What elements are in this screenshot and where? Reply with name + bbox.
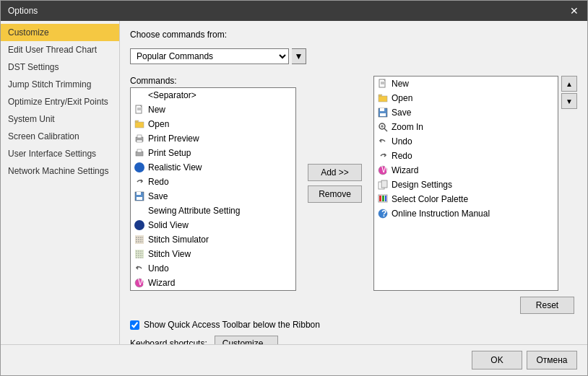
print2-icon xyxy=(134,147,145,159)
svg-rect-6 xyxy=(137,140,142,142)
svg-rect-40 xyxy=(382,196,384,201)
keyboard-row: Keyboard shortcuts: Customize... xyxy=(130,336,577,344)
redo-icon xyxy=(134,176,145,188)
list-item[interactable]: Redo xyxy=(131,175,295,189)
sidebar: CustomizeEdit User Thread ChartDST Setti… xyxy=(1,21,120,344)
dropdown-arrow-btn[interactable]: ▼ xyxy=(292,48,306,64)
scroll-up-button[interactable]: ▲ xyxy=(561,76,577,92)
file-icon xyxy=(134,104,145,115)
close-button[interactable]: ✕ xyxy=(568,5,580,17)
circle-blue-icon xyxy=(134,162,145,173)
list-item[interactable]: Zoom In xyxy=(374,120,558,134)
cancel-button[interactable]: Отмена xyxy=(527,351,577,370)
list-item[interactable]: WWizard xyxy=(131,276,295,290)
list-item[interactable]: ?Online Instruction Manual xyxy=(374,206,558,221)
commands-listbox[interactable]: <Separator>NewOpenPrint PreviewPrint Set… xyxy=(130,87,296,291)
folder-icon xyxy=(134,118,145,130)
list-item[interactable]: Undo xyxy=(374,134,558,149)
list-item[interactable]: Save xyxy=(374,105,558,120)
scroll-buttons: ▲ ▼ xyxy=(561,76,577,291)
sidebar-item-system-unit[interactable]: System Unit xyxy=(1,110,119,128)
list-item[interactable]: Open xyxy=(374,91,558,105)
sidebar-item-network-machine-settings[interactable]: Network Machine Settings xyxy=(1,162,119,180)
content-area: CustomizeEdit User Thread ChartDST Setti… xyxy=(1,21,587,344)
list-item[interactable]: WWizard xyxy=(374,163,558,178)
list-item[interactable]: Design Settings xyxy=(374,178,558,192)
sidebar-item-user-interface-settings[interactable]: User Interface Settings xyxy=(1,145,119,162)
svg-rect-8 xyxy=(137,149,142,152)
svg-rect-37 xyxy=(381,180,387,188)
sidebar-item-customize[interactable]: Customize xyxy=(1,24,119,41)
sidebar-item-dst-settings[interactable]: DST Settings xyxy=(1,58,119,76)
wizard-icon: W xyxy=(134,277,145,289)
keyboard-customize-button[interactable]: Customize... xyxy=(215,336,279,344)
list-item[interactable]: Redo xyxy=(374,149,558,163)
list-item[interactable]: New xyxy=(374,76,558,91)
svg-line-31 xyxy=(384,128,387,131)
dialog-options: Options ✕ CustomizeEdit User Thread Char… xyxy=(0,0,588,376)
commands-dropdown[interactable]: Popular Commands xyxy=(130,48,289,64)
save-icon xyxy=(134,191,145,202)
stitch-icon xyxy=(134,234,145,245)
show-toolbar-checkbox[interactable] xyxy=(130,320,139,330)
stitch2-icon xyxy=(134,248,145,260)
ok-button[interactable]: OK xyxy=(472,351,522,370)
list-item[interactable]: Open xyxy=(131,117,295,131)
list-item[interactable]: Print Preview xyxy=(131,131,295,146)
sidebar-item-optimize-entry-exit[interactable]: Optimize Entry/Exit Points xyxy=(1,93,119,110)
file-icon xyxy=(377,78,389,89)
reset-button[interactable]: Reset xyxy=(520,297,574,314)
show-toolbar-label: Show Quick Access Toolbar below the Ribb… xyxy=(144,320,320,330)
folder-icon xyxy=(377,92,389,104)
list-item[interactable]: Save xyxy=(131,189,295,204)
save-icon xyxy=(377,107,389,118)
footer: OK Отмена xyxy=(1,344,587,375)
svg-text:W: W xyxy=(138,278,144,287)
commands-panel: Commands: <Separator>NewOpenPrint Previe… xyxy=(130,76,296,291)
list-item[interactable]: <Separator> xyxy=(131,88,295,102)
list-item[interactable]: Undo xyxy=(131,261,295,276)
list-item[interactable]: New xyxy=(131,102,295,117)
svg-text:?: ? xyxy=(381,209,386,219)
zoom-icon xyxy=(377,121,389,133)
svg-rect-41 xyxy=(385,196,386,201)
add-button[interactable]: Add >> xyxy=(308,164,362,181)
sidebar-item-jump-stitch-trimming[interactable]: Jump Stitch Trimming xyxy=(1,76,119,93)
panels-row: Commands: <Separator>NewOpenPrint Previe… xyxy=(130,76,577,291)
wizard-icon: W xyxy=(377,165,389,176)
none-icon xyxy=(134,205,145,217)
list-item[interactable]: Realistic View xyxy=(131,160,295,175)
svg-rect-39 xyxy=(379,196,381,201)
svg-text:W: W xyxy=(381,165,388,175)
dropdown-row: Popular Commands ▼ xyxy=(130,48,577,64)
redo-icon xyxy=(377,150,389,162)
list-item[interactable]: Sewing Attribute Setting xyxy=(131,204,295,218)
list-item[interactable]: Select Color Palette xyxy=(374,192,558,206)
list-item[interactable]: Solid View xyxy=(131,218,295,232)
commands-label: Commands: xyxy=(130,76,296,86)
none-icon xyxy=(134,89,145,101)
scroll-down-button[interactable]: ▼ xyxy=(561,93,577,109)
svg-rect-3 xyxy=(135,122,144,128)
middle-buttons: Add >> Remove xyxy=(302,76,368,291)
choose-commands-label: Choose commands from: xyxy=(130,30,577,40)
svg-rect-11 xyxy=(137,197,142,200)
svg-rect-28 xyxy=(380,108,384,111)
reset-row: Reset xyxy=(130,297,577,314)
undo-icon xyxy=(377,136,389,147)
print-icon xyxy=(134,133,145,144)
svg-rect-5 xyxy=(137,135,142,138)
checkbox-row: Show Quick Access Toolbar below the Ribb… xyxy=(130,320,577,330)
right-listbox[interactable]: NewOpenSaveZoom InUndoRedoWWizardDesign … xyxy=(373,76,558,291)
circle-dark-blue-icon xyxy=(134,219,145,231)
design-icon xyxy=(377,179,389,191)
list-item[interactable]: Print Setup xyxy=(131,146,295,160)
remove-button[interactable]: Remove xyxy=(308,185,362,203)
svg-rect-10 xyxy=(137,192,141,195)
sidebar-item-edit-user-thread-chart[interactable]: Edit User Thread Chart xyxy=(1,41,119,58)
list-item[interactable]: Stitch View xyxy=(131,247,295,261)
sidebar-item-screen-calibration[interactable]: Screen Calibration xyxy=(1,128,119,145)
titlebar-title: Options xyxy=(8,6,38,16)
list-item[interactable]: Stitch Simulator xyxy=(131,232,295,247)
undo-icon xyxy=(134,263,145,274)
